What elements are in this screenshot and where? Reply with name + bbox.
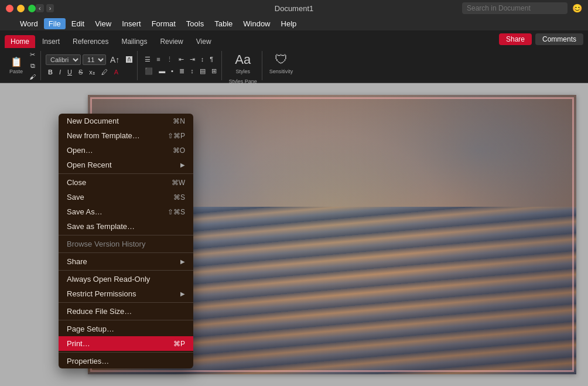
multilevel-button[interactable]: ⋮ [164, 54, 175, 64]
italic-button[interactable]: I [57, 67, 63, 77]
styles-button[interactable]: Aa Styles [233, 51, 253, 76]
menu-version-history: Browse Version History [59, 237, 193, 251]
menu-tools[interactable]: Tools [182, 18, 208, 29]
menu-new-template[interactable]: New from Template… ⇧⌘P [59, 128, 193, 143]
line-spacing-button[interactable]: ↕ [188, 66, 196, 76]
increase-font-button[interactable]: A↑ [108, 54, 122, 66]
menu-share[interactable]: Share [59, 254, 193, 269]
multilevel-icon: ⋮ [166, 56, 173, 63]
menu-insert[interactable]: Insert [117, 18, 146, 29]
tab-mailings[interactable]: Mailings [115, 35, 153, 48]
font-family-select[interactable]: Calibri [46, 54, 81, 65]
maximize-button[interactable] [28, 5, 36, 12]
align-left-icon: ⬛ [145, 67, 153, 75]
clear-format-button[interactable]: 🅰 [124, 55, 135, 64]
menu-help[interactable]: Help [276, 18, 302, 29]
menu-window[interactable]: Window [238, 18, 275, 29]
menu-edit[interactable]: Edit [67, 18, 89, 29]
bullets-icon: ☰ [145, 56, 151, 63]
menu-open[interactable]: Open… ⌘O [59, 143, 193, 158]
tab-view[interactable]: View [190, 35, 217, 48]
forward-button[interactable]: › [46, 4, 54, 12]
menu-save-template[interactable]: Save as Template… [59, 219, 193, 234]
tab-insert[interactable]: Insert [36, 35, 66, 48]
subscript-button[interactable]: x₂ [87, 67, 97, 77]
menu-save[interactable]: Save ⌘S [59, 190, 193, 204]
menu-page-setup[interactable]: Page Setup… [59, 322, 193, 336]
sensitivity-icon: 🛡 [275, 52, 288, 67]
tab-references[interactable]: References [67, 35, 114, 48]
nav-buttons: ‹ › [36, 4, 54, 12]
menu-properties[interactable]: Properties… [59, 354, 193, 368]
menu-format[interactable]: Format [147, 18, 180, 29]
align-right-button[interactable]: ▪ [169, 66, 176, 76]
borders-button[interactable]: ⊞ [209, 66, 219, 76]
back-button[interactable]: ‹ [36, 4, 44, 12]
sort-icon: ↕ [201, 56, 204, 63]
menu-restrict-permissions[interactable]: Restrict Permissions [59, 286, 193, 301]
bullets-button[interactable]: ☰ [142, 54, 153, 64]
paste-icon: 📋 [11, 56, 22, 67]
copy-button[interactable]: ⧉ [27, 61, 38, 71]
tab-home[interactable]: Home [5, 35, 35, 48]
menu-save-as[interactable]: Save As… ⇧⌘S [59, 204, 193, 219]
menu-read-only[interactable]: Always Open Read-Only [59, 272, 193, 286]
comments-button[interactable]: Comments [535, 33, 583, 45]
show-marks-button[interactable]: ¶ [207, 54, 216, 64]
separator-1 [59, 173, 193, 174]
format-painter-button[interactable]: 🖌 [27, 72, 38, 81]
sort-button[interactable]: ↕ [199, 54, 207, 64]
menu-word[interactable]: Word [15, 18, 43, 29]
font-color-button[interactable]: A [112, 67, 121, 77]
decrease-indent-button[interactable]: ⇤ [176, 54, 186, 64]
shading-button[interactable]: ▤ [197, 66, 208, 76]
close-shortcut: ⌘W [172, 179, 185, 187]
align-center-button[interactable]: ▬ [156, 66, 167, 76]
share-button[interactable]: Share [499, 33, 532, 45]
page-setup-label: Page Setup… [67, 324, 114, 333]
show-marks-icon: ¶ [210, 56, 213, 63]
increase-indent-icon: ⇥ [190, 56, 195, 63]
menu-view[interactable]: View [90, 18, 116, 29]
user-icon[interactable]: 😊 [572, 4, 582, 13]
sensitivity-button[interactable]: 🛡 Sensitivity [267, 51, 296, 76]
strikethrough-button[interactable]: S [76, 67, 85, 77]
justify-button[interactable]: ≣ [177, 66, 187, 76]
separator-3 [59, 252, 193, 253]
menu-table[interactable]: Table [210, 18, 237, 29]
menu-close[interactable]: Close ⌘W [59, 175, 193, 190]
tab-review[interactable]: Review [154, 35, 189, 48]
menu-file[interactable]: File [44, 18, 66, 29]
new-document-shortcut: ⌘N [173, 117, 185, 125]
styles-group: Aa Styles Styles Pane [224, 51, 262, 80]
numbering-button[interactable]: ≡ [154, 54, 162, 64]
underline-button[interactable]: U [65, 67, 74, 77]
new-template-label: New from Template… [67, 131, 140, 140]
highlight-icon: 🖊 [101, 69, 108, 76]
align-left-button[interactable]: ⬛ [142, 66, 155, 76]
borders-icon: ⊞ [211, 67, 217, 75]
ribbon-toolbar: 📋 Paste ✂ ⧉ 🖌 Calibri 11 A↑ 🅰 B I [0, 48, 588, 83]
underline-icon: U [67, 69, 72, 76]
minimize-button[interactable] [17, 5, 25, 12]
separator-5 [59, 302, 193, 303]
cut-button[interactable]: ✂ [27, 50, 38, 60]
italic-icon: I [59, 69, 61, 76]
close-button[interactable] [6, 5, 13, 12]
reduce-file-size-label: Reduce File Size… [67, 307, 132, 316]
menu-reduce-file-size[interactable]: Reduce File Size… [59, 304, 193, 319]
highlight-button[interactable]: 🖊 [99, 67, 110, 77]
increase-indent-button[interactable]: ⇥ [187, 54, 197, 64]
separator-7 [59, 352, 193, 353]
menu-new-document[interactable]: New Document ⌘N [59, 114, 193, 128]
font-group: Calibri 11 A↑ 🅰 B I U S x₂ 🖊 A [43, 51, 138, 80]
search-input[interactable] [462, 2, 568, 14]
ribbon-tabs: Home Insert References Mailings Review V… [0, 30, 588, 48]
font-size-select[interactable]: 11 [83, 54, 106, 65]
paste-button[interactable]: 📋 Paste [7, 55, 25, 76]
bold-button[interactable]: B [46, 67, 55, 77]
menu-open-recent[interactable]: Open Recent [59, 158, 193, 172]
menu-print[interactable]: Print… ⌘P [59, 336, 193, 351]
save-shortcut: ⌘S [173, 193, 185, 201]
separator-2 [59, 235, 193, 235]
